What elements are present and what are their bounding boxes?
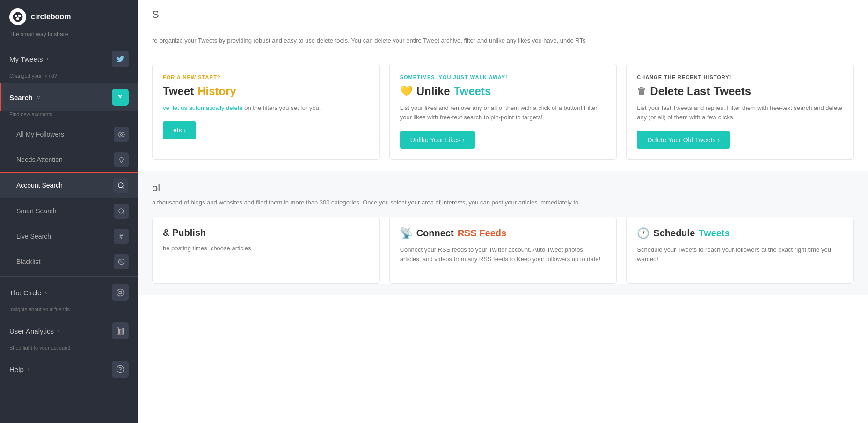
unlike-tweets-subtitle: SOMETIMES, YOU JUST WALK AWAY! xyxy=(400,74,606,80)
logo-area: circleboom xyxy=(0,0,138,31)
sidebar: circleboom The smart way to share My Twe… xyxy=(0,0,138,423)
help-label: Help xyxy=(9,365,24,373)
svg-point-14 xyxy=(117,289,124,296)
live-search-icon: # xyxy=(114,229,129,244)
tweet-history-btn[interactable]: ets › xyxy=(163,121,196,139)
divider-1 xyxy=(0,276,138,277)
svg-line-13 xyxy=(119,260,124,264)
sidebar-item-search[interactable]: Search ∨ xyxy=(0,83,138,111)
user-analytics-icon xyxy=(112,322,129,339)
main-content: S re-organize your Tweets by providing r… xyxy=(138,0,868,423)
logo-text: circleboom xyxy=(31,13,71,21)
the-circle-icon xyxy=(112,284,129,301)
section2-title: ol xyxy=(152,182,854,194)
section-2: ol a thousand of blogs and websites and … xyxy=(138,171,868,295)
search-chevron: ∨ xyxy=(36,94,41,101)
help-chevron: ‹ xyxy=(28,366,29,372)
heart-icon: 💛 xyxy=(400,85,413,97)
needs-attention-label: Needs Attention xyxy=(16,156,63,163)
svg-point-6 xyxy=(120,97,121,98)
trash-icon: 🗑 xyxy=(637,86,646,96)
sidebar-item-the-circle[interactable]: The Circle ‹ xyxy=(0,278,138,306)
blacklist-icon xyxy=(114,254,129,269)
description-bar: re-organize your Tweets by providing rob… xyxy=(138,29,868,52)
schedule-desc: Schedule your Tweets to reach your follo… xyxy=(637,245,843,265)
search-icon-box xyxy=(112,89,129,106)
sidebar-tagline: The smart way to share xyxy=(0,31,138,45)
svg-point-9 xyxy=(120,133,122,135)
search-label: Search xyxy=(9,94,33,102)
sidebar-item-my-tweets[interactable]: My Tweets ‹ xyxy=(0,45,138,73)
rss-desc: Connect your RSS feeds to your Twitter a… xyxy=(400,245,606,265)
delete-tweets-title: 🗑 Delete Last Tweets xyxy=(637,85,843,98)
sidebar-sub-all-followers[interactable]: All My Followers xyxy=(0,122,138,147)
delete-tweets-btn[interactable]: Delete Your Old Tweets › xyxy=(637,131,730,149)
rss-title: 📡 Connect RSS Feeds xyxy=(400,227,606,240)
needs-attention-icon xyxy=(114,152,129,167)
user-analytics-label: User Analytics xyxy=(9,327,54,335)
delete-tweets-subtitle: CHANGE THE RECENT HISTORY! xyxy=(637,74,843,80)
user-analytics-chevron: ‹ xyxy=(58,328,59,334)
schedule-title: 🕐 Schedule Tweets xyxy=(637,227,843,240)
svg-point-3 xyxy=(16,17,19,20)
unlike-tweets-desc: List your likes and remove any or all of… xyxy=(400,103,606,123)
delete-tweets-desc: List your last Tweets and replies. Filte… xyxy=(637,103,843,123)
live-search-label: Live Search xyxy=(16,233,51,240)
cards-row-2: & Publish he posting times, choose artic… xyxy=(152,217,854,284)
clock-icon: 🕐 xyxy=(637,227,649,240)
svg-point-15 xyxy=(119,291,122,294)
svg-point-5 xyxy=(121,95,122,96)
unlike-tweets-btn[interactable]: Unlike Your Likes › xyxy=(400,131,475,149)
card-unlike-tweets: SOMETIMES, YOU JUST WALK AWAY! 💛 Unlike … xyxy=(389,64,617,160)
content-header: S xyxy=(138,0,868,29)
svg-point-4 xyxy=(118,95,120,96)
tweet-history-title: Tweet History xyxy=(163,85,369,98)
sidebar-sub-needs-attention[interactable]: Needs Attention xyxy=(0,147,138,172)
the-circle-label: The Circle xyxy=(9,289,41,297)
all-followers-icon xyxy=(114,127,129,142)
card-tweet-history: FOR A NEW START? Tweet History ve, let u… xyxy=(152,64,380,160)
my-tweets-label: My Tweets xyxy=(9,55,43,63)
header-title: S xyxy=(152,8,159,20)
description-text: re-organize your Tweets by providing rob… xyxy=(152,37,585,44)
the-circle-sublabel: Insights about your friends xyxy=(0,306,138,317)
smart-search-label: Smart Search xyxy=(16,207,57,215)
smart-search-icon xyxy=(114,204,129,219)
rss-icon: 📡 xyxy=(400,227,413,240)
svg-rect-17 xyxy=(120,329,121,334)
svg-point-1 xyxy=(15,15,17,17)
publish-title: & Publish xyxy=(163,227,369,238)
tweet-history-desc: ve, let us automatically delete on the f… xyxy=(163,103,369,113)
sidebar-sub-account-search[interactable]: Account Search xyxy=(0,172,138,198)
user-analytics-sublabel: Shed light to your account! xyxy=(0,345,138,355)
logo-icon xyxy=(9,8,26,25)
help-icon xyxy=(112,361,129,378)
my-tweets-icon xyxy=(112,51,129,67)
svg-point-2 xyxy=(18,15,21,17)
my-tweets-chevron: ‹ xyxy=(46,56,48,62)
svg-rect-16 xyxy=(117,328,118,334)
all-followers-label: All My Followers xyxy=(16,131,64,138)
card-rss: 📡 Connect RSS Feeds Connect your RSS fee… xyxy=(389,217,617,284)
unlike-tweets-title: 💛 Unlike Tweets xyxy=(400,85,606,98)
search-sublabel: Find new accounts xyxy=(0,111,138,122)
sidebar-sub-live-search[interactable]: Live Search # xyxy=(0,224,138,249)
sidebar-sub-blacklist[interactable]: Blacklist xyxy=(0,249,138,274)
tweet-history-subtitle: FOR A NEW START? xyxy=(163,74,369,80)
card-schedule: 🕐 Schedule Tweets Schedule your Tweets t… xyxy=(626,217,854,284)
svg-point-10 xyxy=(118,182,123,187)
sidebar-sub-smart-search[interactable]: Smart Search xyxy=(0,198,138,224)
publish-desc: he posting times, choose articles, xyxy=(163,244,369,254)
sidebar-item-user-analytics[interactable]: User Analytics ‹ xyxy=(0,317,138,345)
svg-line-7 xyxy=(119,96,120,97)
account-search-icon xyxy=(113,178,128,193)
the-circle-chevron: ‹ xyxy=(45,289,47,296)
my-tweets-sublabel: Changed your mind? xyxy=(0,73,138,83)
card-delete-tweets: CHANGE THE RECENT HISTORY! 🗑 Delete Last… xyxy=(626,64,854,160)
account-search-label: Account Search xyxy=(16,182,63,189)
sidebar-item-help[interactable]: Help ‹ xyxy=(0,355,138,383)
cards-row-1: FOR A NEW START? Tweet History ve, let u… xyxy=(138,52,868,171)
svg-line-8 xyxy=(120,96,121,97)
svg-rect-18 xyxy=(122,328,124,334)
card-publish: & Publish he posting times, choose artic… xyxy=(152,217,380,284)
